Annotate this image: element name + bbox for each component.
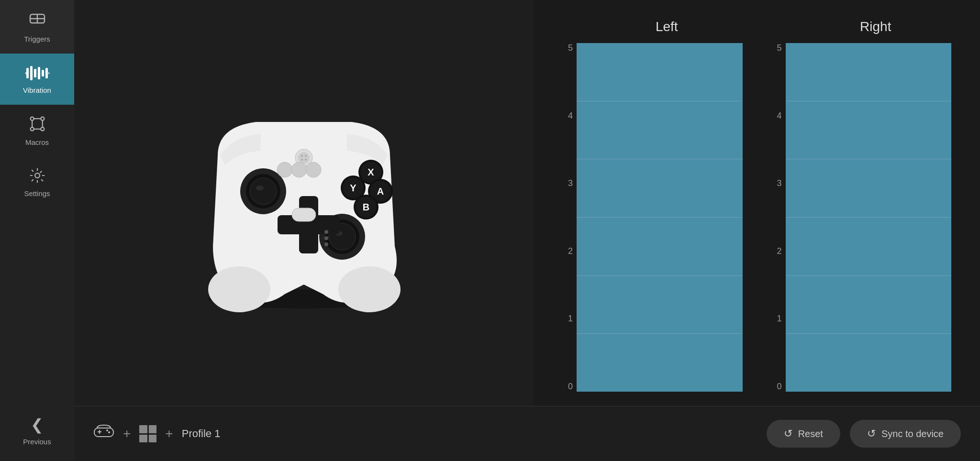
left-bar[interactable] xyxy=(577,43,743,392)
svg-point-38 xyxy=(291,162,307,177)
main-content: X Y A B xyxy=(74,0,980,461)
svg-point-37 xyxy=(277,162,292,177)
reset-button[interactable]: ↺ Reset xyxy=(767,420,840,448)
svg-point-20 xyxy=(338,266,401,312)
sidebar-macros-label: Macros xyxy=(25,138,49,146)
svg-rect-4 xyxy=(30,66,33,80)
sync-button[interactable]: ↺ Sync to device xyxy=(850,420,961,448)
settings-icon xyxy=(29,167,45,186)
sidebar: Triggers Vibration xyxy=(0,0,74,461)
triggers-icon xyxy=(28,11,46,31)
sidebar-settings-label: Settings xyxy=(24,189,50,198)
sidebar-previous-button[interactable]: ❮ Previous xyxy=(0,405,74,456)
controller-image: X Y A B xyxy=(136,79,471,328)
svg-text:B: B xyxy=(363,202,369,212)
bottom-bar: + + Profile 1 ↺ Reset ↺ Sync to device xyxy=(74,406,980,461)
plus-sign-1: + xyxy=(123,426,131,441)
reset-icon: ↺ xyxy=(784,428,792,440)
svg-text:Y: Y xyxy=(350,183,356,193)
svg-point-34 xyxy=(305,155,307,157)
svg-point-59 xyxy=(106,429,108,431)
left-chart-title: Left xyxy=(656,19,678,34)
svg-rect-8 xyxy=(45,68,48,78)
right-chart-title: Right xyxy=(860,19,891,34)
sync-label: Sync to device xyxy=(881,428,944,439)
svg-point-39 xyxy=(306,162,321,177)
controller-icon xyxy=(93,424,114,444)
chart-panel: Left Right 0 1 2 xyxy=(534,0,980,406)
sidebar-triggers-label: Triggers xyxy=(24,35,50,43)
svg-point-36 xyxy=(305,159,307,161)
svg-rect-56 xyxy=(94,428,113,437)
svg-rect-6 xyxy=(38,67,40,79)
sidebar-item-vibration[interactable]: Vibration xyxy=(0,54,74,105)
vibration-icon xyxy=(25,64,49,82)
svg-point-33 xyxy=(301,155,303,157)
svg-text:X: X xyxy=(368,167,374,177)
svg-point-24 xyxy=(256,186,264,190)
right-bar[interactable] xyxy=(786,43,952,392)
sidebar-previous-label: Previous xyxy=(23,438,51,446)
right-y-axis: 0 1 2 3 4 5 xyxy=(771,43,786,392)
svg-point-42 xyxy=(324,236,328,240)
sidebar-item-macros[interactable]: Macros xyxy=(0,105,74,157)
windows-icon xyxy=(139,425,156,442)
bottom-actions: ↺ Reset ↺ Sync to device xyxy=(767,420,961,448)
sidebar-item-triggers[interactable]: Triggers xyxy=(0,0,74,54)
left-chart: 0 1 2 3 4 5 xyxy=(562,43,743,392)
svg-point-60 xyxy=(108,431,110,433)
svg-point-43 xyxy=(324,242,328,246)
macros-icon xyxy=(29,115,46,134)
svg-rect-40 xyxy=(292,208,316,221)
svg-rect-3 xyxy=(26,68,29,78)
controller-area: X Y A B xyxy=(74,0,980,406)
controller-panel: X Y A B xyxy=(74,0,534,406)
svg-point-35 xyxy=(301,159,303,161)
svg-text:A: A xyxy=(377,186,384,197)
profile-info: + + Profile 1 xyxy=(93,424,767,444)
svg-point-19 xyxy=(208,266,270,312)
svg-point-41 xyxy=(324,230,328,234)
svg-point-17 xyxy=(35,173,40,178)
left-y-axis: 0 1 2 3 4 5 xyxy=(562,43,577,392)
sidebar-vibration-label: Vibration xyxy=(23,86,51,94)
sync-icon: ↺ xyxy=(867,428,876,440)
svg-point-23 xyxy=(250,178,277,205)
svg-rect-7 xyxy=(42,70,44,77)
svg-point-32 xyxy=(298,152,310,164)
svg-rect-5 xyxy=(34,69,36,77)
sidebar-item-settings[interactable]: Settings xyxy=(0,157,74,208)
reset-label: Reset xyxy=(798,428,823,439)
right-chart: 0 1 2 3 4 5 xyxy=(771,43,952,392)
profile-name: Profile 1 xyxy=(182,428,221,440)
plus-sign-2: + xyxy=(165,426,173,441)
previous-icon: ❮ xyxy=(31,416,44,434)
